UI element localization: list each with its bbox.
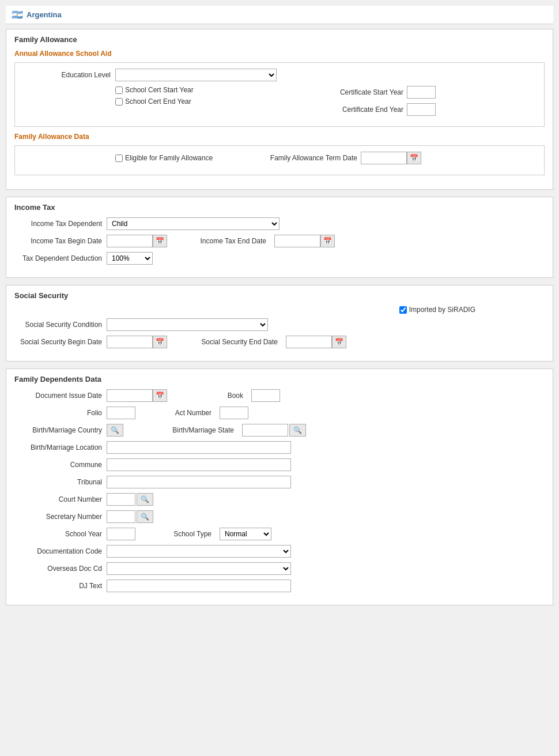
court-number-input[interactable]: [107, 493, 135, 506]
income-tax-begin-cal[interactable]: 📅: [153, 235, 167, 247]
family-allowance-title: Family Allowance: [14, 35, 545, 44]
school-year-col: School Year: [14, 528, 135, 540]
commune-label: Commune: [14, 461, 107, 469]
family-dependents-title: Family Dependents Data: [14, 375, 545, 383]
social-security-begin-cal[interactable]: 📅: [153, 336, 167, 348]
social-security-title: Social Security: [14, 291, 545, 300]
school-year-type-row: School Year School Type Normal Special: [14, 528, 545, 540]
imported-siradig-checkbox[interactable]: [399, 306, 407, 314]
doc-issue-cal[interactable]: 📅: [153, 389, 167, 402]
page-header: 🇦🇷 Argentina: [6, 6, 553, 24]
doc-issue-group: 📅: [107, 389, 167, 402]
social-security-condition-row: Social Security Condition: [14, 318, 545, 331]
act-number-input[interactable]: [220, 407, 248, 419]
family-dependents-section: Family Dependents Data Document Issue Da…: [6, 368, 553, 605]
overseas-doc-cd-select[interactable]: [107, 562, 291, 575]
cert-end-year-input[interactable]: [407, 103, 436, 116]
social-security-dates-row: Social Security Begin Date 📅 Social Secu…: [14, 336, 545, 348]
cert-right: Certificate Start Year Certificate End Y…: [323, 86, 436, 116]
folio-act-row: Folio Act Number: [14, 407, 545, 419]
folio-col: Folio: [14, 407, 135, 419]
eligible-checkbox[interactable]: [115, 155, 123, 162]
school-type-label: School Type: [158, 530, 216, 538]
social-security-end-input[interactable]: [286, 336, 332, 348]
birth-country-search-btn[interactable]: 🔍: [107, 424, 123, 437]
overseas-doc-cd-label: Overseas Doc Cd: [14, 565, 107, 573]
folio-input[interactable]: [107, 407, 135, 419]
school-cert-end-year-label[interactable]: School Cert End Year: [115, 97, 242, 106]
income-tax-dates-row: Income Tax Begin Date 📅 Income Tax End D…: [14, 235, 545, 247]
social-security-begin-input[interactable]: [107, 336, 153, 348]
education-level-select-group: [115, 69, 277, 81]
documentation-code-select[interactable]: [107, 545, 291, 558]
term-date-input[interactable]: [361, 152, 407, 164]
term-date-cal-btn[interactable]: 📅: [407, 152, 421, 164]
birth-country-state-row: Birth/Marriage Country 🔍 Birth/Marriage …: [14, 424, 545, 437]
birth-location-row: Birth/Marriage Location: [14, 441, 545, 454]
doc-issue-input[interactable]: [107, 389, 153, 402]
birth-location-input[interactable]: [107, 441, 291, 454]
social-security-end-cal[interactable]: 📅: [332, 336, 346, 348]
court-number-row: Court Number 🔍: [14, 493, 545, 506]
school-type-col: School Type Normal Special: [158, 528, 271, 540]
documentation-code-row: Documentation Code: [14, 545, 545, 558]
school-cert-end-year-checkbox[interactable]: [115, 98, 123, 106]
secretary-number-input[interactable]: [107, 510, 135, 523]
birth-country-label: Birth/Marriage Country: [14, 426, 107, 434]
tribunal-row: Tribunal: [14, 476, 545, 488]
income-tax-section: Income Tax Income Tax Dependent Child In…: [6, 197, 553, 278]
cert-start-year-row: Certificate Start Year: [323, 86, 436, 99]
eligible-label[interactable]: Eligible for Family Allowance: [115, 154, 231, 162]
birth-state-label: Birth/Marriage State: [146, 426, 239, 434]
income-tax-end-col: Income Tax End Date 📅: [190, 235, 335, 247]
school-type-select[interactable]: Normal Special: [220, 528, 271, 540]
secretary-number-label: Secretary Number: [14, 513, 107, 521]
act-number-col: Act Number: [158, 407, 248, 419]
school-cert-start-year-label[interactable]: School Cert Start Year: [115, 86, 242, 94]
folio-label: Folio: [14, 409, 107, 417]
social-security-begin-label: Social Security Begin Date: [14, 338, 107, 346]
education-level-label: Education Level: [23, 71, 115, 79]
imported-siradig-label[interactable]: Imported by SiRADIG: [399, 306, 475, 314]
doc-issue-col: Document Issue Date 📅: [14, 389, 167, 402]
family-allowance-data-subtitle: Family Allowance Data: [14, 133, 545, 141]
tribunal-label: Tribunal: [14, 478, 107, 486]
annual-allowance-subtitle: Annual Allowance School Aid: [14, 50, 545, 58]
tribunal-input[interactable]: [107, 476, 291, 488]
overseas-doc-cd-row: Overseas Doc Cd: [14, 562, 545, 575]
school-year-label: School Year: [14, 530, 107, 538]
book-input[interactable]: [251, 389, 280, 402]
tax-deduction-select[interactable]: 100% 50% 0%: [107, 252, 153, 265]
tax-deduction-row: Tax Dependent Deduction 100% 50% 0%: [14, 252, 545, 265]
income-tax-title: Income Tax: [14, 203, 545, 212]
birth-state-input[interactable]: [242, 424, 288, 437]
commune-input[interactable]: [107, 458, 291, 471]
birth-state-search-btn[interactable]: 🔍: [289, 424, 306, 437]
income-tax-end-cal[interactable]: 📅: [320, 235, 335, 247]
income-tax-begin-input[interactable]: [107, 235, 153, 247]
income-tax-end-input[interactable]: [274, 235, 320, 247]
school-cert-start-year-checkbox[interactable]: [115, 86, 123, 94]
act-number-label: Act Number: [158, 409, 216, 417]
cert-start-year-input[interactable]: [407, 86, 436, 99]
dj-text-label: DJ Text: [14, 582, 107, 590]
book-label: Book: [190, 392, 248, 400]
education-level-select[interactable]: [115, 69, 277, 81]
dj-text-input[interactable]: [107, 580, 291, 592]
secretary-number-search-btn[interactable]: 🔍: [137, 510, 153, 523]
family-allowance-data-box: Eligible for Family Allowance Family All…: [14, 145, 545, 175]
annual-allowance-box: Education Level School Cert Start Year: [14, 62, 545, 127]
income-tax-dependent-select[interactable]: Child: [107, 217, 280, 230]
income-tax-begin-label: Income Tax Begin Date: [14, 237, 107, 245]
income-tax-dependent-row: Income Tax Dependent Child: [14, 217, 545, 230]
social-security-condition-select[interactable]: [107, 318, 268, 331]
cert-start-year-label: Certificate Start Year: [323, 88, 403, 96]
income-tax-dependent-label: Income Tax Dependent: [14, 220, 107, 228]
book-col: Book: [190, 389, 280, 402]
cert-row: School Cert Start Year School Cert End Y…: [23, 86, 536, 116]
term-date-label: Family Allowance Term Date: [254, 154, 357, 162]
education-level-row: Education Level: [23, 69, 536, 81]
term-date-group: 📅: [361, 152, 421, 164]
school-year-input[interactable]: [107, 528, 135, 540]
court-number-search-btn[interactable]: 🔍: [137, 493, 153, 506]
